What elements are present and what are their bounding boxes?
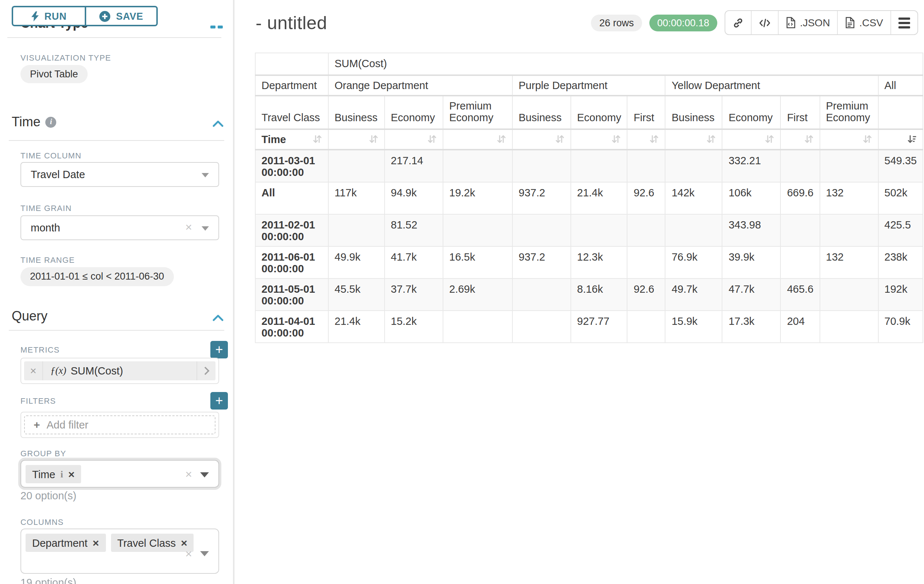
info-icon[interactable]: i — [60, 468, 63, 480]
sortable-column — [781, 129, 820, 149]
pivot-value-cell: 937.2 — [512, 182, 571, 214]
pivot-time-header: Time — [255, 129, 328, 149]
time-range-label: TIME RANGE — [20, 255, 75, 264]
pivot-data-row: All117k94.9k19.2k937.221.4k92.6142k106k6… — [255, 182, 923, 214]
sort-icon[interactable] — [555, 134, 564, 144]
pivot-value-cell — [443, 214, 512, 246]
chevron-right-icon[interactable] — [196, 361, 216, 380]
sort-icon[interactable] — [863, 134, 872, 144]
metric-label: ƒ(x) SUM(Cost) — [43, 365, 196, 377]
pivot-value-cell: 465.6 — [781, 278, 820, 310]
selected-option-tag[interactable]: Department× — [26, 534, 106, 552]
pivot-data-row: 2011-02-01 00:00:0081.52343.98425.5 — [255, 214, 923, 246]
remove-tag-icon[interactable]: × — [93, 537, 99, 548]
time-column-select[interactable]: Travel Date — [20, 162, 219, 187]
chevron-up-icon[interactable] — [213, 117, 223, 130]
sortable-column — [820, 129, 878, 149]
sort-desc-icon[interactable] — [907, 134, 917, 144]
chart-title[interactable]: - untitled — [256, 12, 327, 34]
pivot-value-cell: 92.6 — [627, 278, 665, 310]
sortable-column — [384, 129, 443, 149]
pivot-row-header: All — [255, 182, 328, 214]
pivot-value-cell — [627, 214, 665, 246]
export-csv-button[interactable]: .CSV — [838, 11, 891, 34]
pivot-column-header: Business — [328, 95, 384, 129]
view-query-button[interactable] — [752, 11, 779, 34]
pivot-value-cell — [781, 246, 820, 278]
pivot-row-dim-label: Travel Class — [255, 95, 328, 129]
clear-icon[interactable]: × — [185, 469, 192, 480]
add-metric-button[interactable]: + — [210, 341, 228, 359]
pivot-column-header: Premium Economy — [443, 95, 512, 129]
short-link-button[interactable] — [725, 11, 752, 34]
remove-metric-icon[interactable]: × — [24, 361, 43, 380]
pivot-value-cell: 425.5 — [878, 214, 923, 246]
save-button[interactable]: SAVE — [85, 6, 158, 26]
pivot-value-cell — [328, 149, 384, 182]
columns-select[interactable]: Department×Travel Class× × — [20, 528, 219, 574]
time-column-value: Travel Date — [31, 169, 85, 180]
row-count-badge: 26 rows — [591, 14, 642, 31]
pivot-value-cell: 76.9k — [665, 246, 723, 278]
remove-tag-icon[interactable]: × — [181, 537, 187, 548]
chevron-up-icon[interactable] — [213, 311, 223, 324]
pivot-value-cell — [512, 310, 571, 342]
query-section-heading: Query — [12, 307, 48, 325]
chevron-down-icon — [201, 226, 209, 231]
pivot-value-cell — [820, 310, 878, 342]
chevron-down-icon — [201, 173, 209, 178]
export-button-group: .JSON .CSV — [724, 10, 918, 35]
pivot-value-cell — [665, 214, 723, 246]
pivot-column-header: Business — [512, 95, 571, 129]
run-button[interactable]: RUN — [12, 6, 85, 26]
sort-icon[interactable] — [612, 134, 621, 144]
sortable-column — [328, 129, 384, 149]
selected-option-tag[interactable]: Timei× — [26, 465, 81, 483]
pivot-column-header: Premium Economy — [820, 95, 878, 129]
sort-icon[interactable] — [650, 134, 659, 144]
sort-icon[interactable] — [497, 134, 506, 144]
sortable-column — [627, 129, 665, 149]
pivot-value-cell: 94.9k — [384, 182, 443, 214]
clear-icon[interactable]: × — [185, 222, 192, 233]
pivot-column-group-header: Yellow Department — [665, 75, 878, 95]
info-icon[interactable]: i — [46, 117, 57, 127]
group-by-select[interactable]: Timei× × — [20, 460, 219, 488]
pivot-data-row: 2011-06-01 00:00:0049.9k41.7k16.5k937.21… — [255, 246, 923, 278]
pivot-column-group-header: Orange Department — [328, 75, 512, 95]
add-filter-dropzone[interactable]: +Add filter — [24, 415, 216, 434]
metric-name: SUM(Cost) — [71, 365, 123, 377]
sort-icon[interactable] — [313, 134, 322, 144]
export-json-button[interactable]: .JSON — [779, 11, 838, 34]
remove-tag-icon[interactable]: × — [68, 469, 75, 480]
metric-pill[interactable]: × ƒ(x) SUM(Cost) — [24, 361, 216, 380]
sort-icon[interactable] — [804, 134, 814, 144]
sort-icon[interactable] — [427, 134, 437, 144]
section-divider — [9, 330, 224, 331]
sortable-column — [443, 129, 512, 149]
pivot-data-row: 2011-05-01 00:00:0045.5k37.7k2.69k8.16k9… — [255, 278, 923, 310]
time-range-pill[interactable]: 2011-01-01 ≤ col < 2011-06-30 — [20, 267, 173, 286]
sort-icon[interactable] — [369, 134, 378, 144]
pivot-value-cell — [820, 278, 878, 310]
pivot-value-cell: 142k — [665, 182, 723, 214]
sort-icon[interactable] — [765, 134, 775, 144]
add-filter-button[interactable]: + — [210, 392, 228, 410]
viz-type-value-pill[interactable]: Pivot Table — [20, 65, 87, 83]
pivot-value-cell: 19.2k — [443, 182, 512, 214]
code-icon — [759, 18, 771, 27]
pivot-value-cell: 502k — [878, 182, 923, 214]
pivot-value-cell: 41.7k — [384, 246, 443, 278]
sortable-column — [665, 129, 723, 149]
pivot-column-header: Economy — [384, 95, 443, 129]
pivot-value-cell — [781, 149, 820, 182]
csv-file-icon — [845, 17, 855, 28]
sort-icon[interactable] — [707, 134, 716, 144]
pivot-value-cell: 81.52 — [384, 214, 443, 246]
pivot-value-cell: 49.7k — [665, 278, 723, 310]
time-grain-select[interactable]: month × — [20, 216, 219, 240]
selected-option-tag[interactable]: Travel Class× — [111, 534, 194, 552]
pivot-value-cell: 15.2k — [384, 310, 443, 342]
chart-menu-button[interactable] — [891, 11, 917, 34]
clear-icon[interactable]: × — [185, 548, 192, 560]
